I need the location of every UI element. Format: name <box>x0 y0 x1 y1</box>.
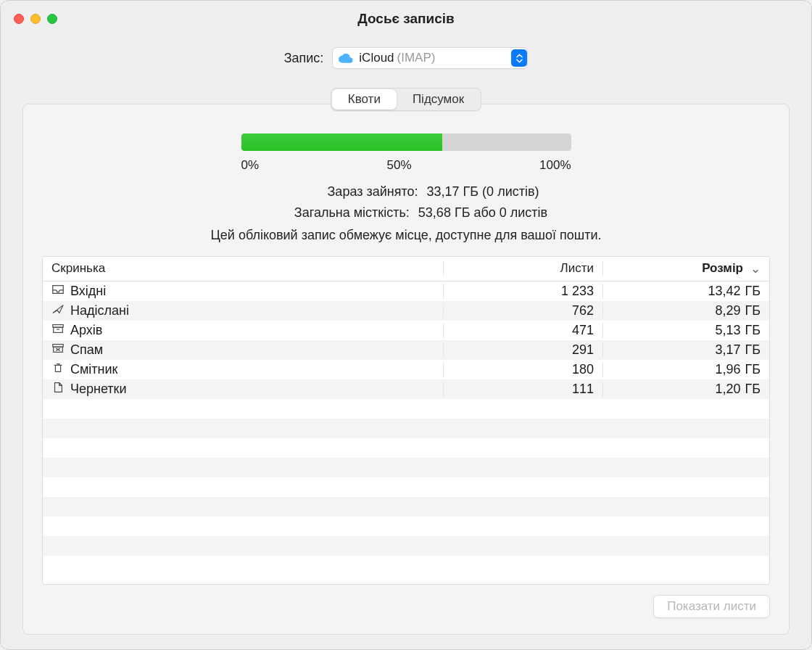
mailbox-size: 1,20ГБ <box>602 382 769 397</box>
mailbox-messages: 762 <box>443 303 602 318</box>
content-panel: Квоти Підсумок 0% 50% 100% Зараз зайнято… <box>22 91 790 635</box>
mailbox-messages: 111 <box>443 382 602 397</box>
window-controls <box>14 14 57 24</box>
mailbox-messages: 1 233 <box>443 284 602 299</box>
table-row[interactable]: Чернетки1111,20ГБ <box>43 379 769 399</box>
mailbox-table: Скринька Листи Розмір ⌄ Вхідні1 23313,42… <box>42 256 770 585</box>
drafts-icon <box>51 382 65 397</box>
spam-icon <box>51 342 65 358</box>
footer-row: Показати листи <box>42 595 770 618</box>
trash-icon <box>51 362 65 377</box>
mailbox-messages: 471 <box>443 323 602 338</box>
mailbox-name: Спам <box>70 342 103 358</box>
table-row-empty <box>43 497 769 517</box>
table-row-empty <box>43 517 769 536</box>
mailbox-size: 5,13ГБ <box>602 323 769 338</box>
quota-progress <box>241 133 571 151</box>
icloud-icon <box>339 53 353 63</box>
capacity-label: Загальна місткість: <box>265 202 410 223</box>
mailbox-name: Надіслані <box>70 303 129 318</box>
mailbox-messages: 291 <box>443 342 602 358</box>
table-header: Скринька Листи Розмір ⌄ <box>43 257 769 281</box>
mailbox-name: Архів <box>70 323 102 338</box>
tab-summary[interactable]: Підсумок <box>397 89 480 110</box>
minimize-button[interactable] <box>30 14 41 24</box>
account-protocol: (IMAP) <box>397 51 436 65</box>
account-select[interactable]: iCloud (IMAP) <box>332 47 528 69</box>
mailbox-name: Чернетки <box>70 382 127 397</box>
mailbox-messages: 180 <box>443 362 602 377</box>
quota-progress-fill <box>241 133 443 151</box>
tick-100: 100% <box>539 158 571 173</box>
tab-quotas[interactable]: Квоти <box>332 89 397 110</box>
table-row[interactable]: Архів4715,13ГБ <box>43 321 769 340</box>
mailbox-size: 8,29ГБ <box>602 303 769 318</box>
mailbox-name: Вхідні <box>70 284 106 299</box>
inbox-icon <box>51 284 65 299</box>
account-row: Запис: iCloud (IMAP) <box>1 47 811 69</box>
archive-icon <box>51 323 65 338</box>
table-row-empty <box>43 458 769 477</box>
table-row-empty <box>43 477 769 497</box>
panel-body: 0% 50% 100% Зараз зайнято: 33,17 ГБ (0 л… <box>22 104 790 635</box>
table-row[interactable]: Смітник1801,96ГБ <box>43 360 769 379</box>
used-label: Зараз зайнято: <box>273 181 418 202</box>
table-row-empty <box>43 536 769 556</box>
info-block: Зараз зайнято: 33,17 ГБ (0 листів) Загал… <box>42 181 770 243</box>
select-chevrons-icon <box>511 49 527 67</box>
header-mailbox[interactable]: Скринька <box>43 261 443 276</box>
mailbox-size: 13,42ГБ <box>602 284 769 299</box>
table-row-empty <box>43 419 769 438</box>
svg-rect-1 <box>54 327 63 332</box>
header-messages[interactable]: Листи <box>443 261 602 276</box>
account-label: Запис: <box>284 51 324 66</box>
accounts-dossier-window: Досьє записів Запис: iCloud (IMAP) Квоти… <box>0 0 812 650</box>
sent-icon <box>51 303 65 318</box>
zoom-button[interactable] <box>47 14 57 24</box>
used-value: 33,17 ГБ (0 листів) <box>427 181 539 202</box>
show-messages-button[interactable]: Показати листи <box>653 595 770 618</box>
capacity-value: 53,68 ГБ або 0 листів <box>418 202 547 223</box>
progress-ticks: 0% 50% 100% <box>241 158 571 173</box>
table-row-empty <box>43 438 769 458</box>
window-title: Досьє записів <box>1 11 811 27</box>
table-body: Вхідні1 23313,42ГБНадіслані7628,29ГБАрхі… <box>43 281 769 584</box>
sort-chevron-down-icon: ⌄ <box>750 261 761 276</box>
table-row[interactable]: Вхідні1 23313,42ГБ <box>43 281 769 301</box>
mailbox-size: 3,17ГБ <box>602 342 769 358</box>
account-name: iCloud <box>359 51 394 65</box>
segmented-control: Квоти Підсумок <box>331 88 481 111</box>
quota-note: Цей обліковий запис обмежує місце, досту… <box>42 228 770 243</box>
titlebar: Досьє записів <box>1 1 811 37</box>
table-row-empty <box>43 399 769 419</box>
mailbox-name: Смітник <box>70 362 118 377</box>
tick-0: 0% <box>241 158 260 173</box>
table-row[interactable]: Надіслані7628,29ГБ <box>43 301 769 321</box>
table-row[interactable]: Спам2913,17ГБ <box>43 340 769 360</box>
header-size[interactable]: Розмір ⌄ <box>602 261 769 276</box>
close-button[interactable] <box>14 14 24 24</box>
mailbox-size: 1,96ГБ <box>602 362 769 377</box>
tick-50: 50% <box>387 158 412 173</box>
